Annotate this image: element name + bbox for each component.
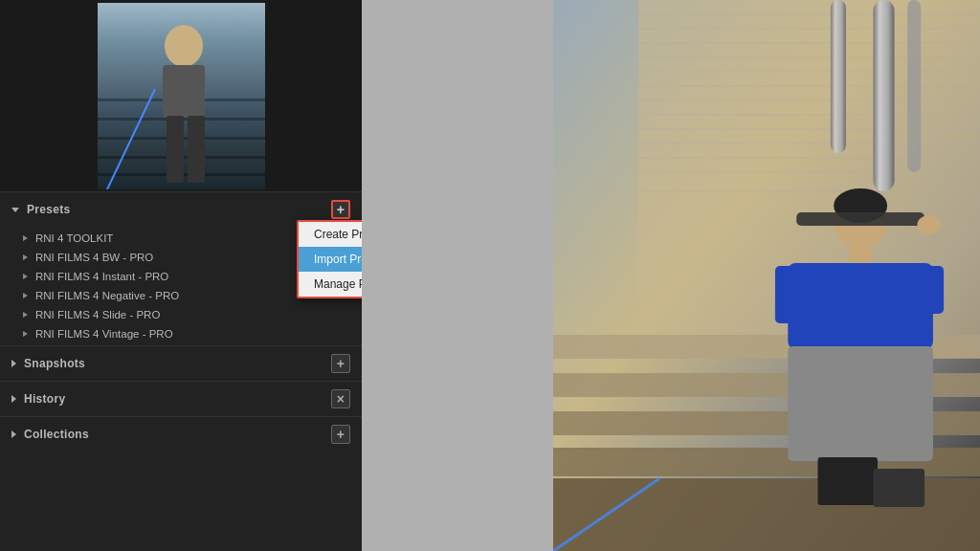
collections-header[interactable]: Collections + (0, 416, 362, 452)
svg-point-40 (917, 215, 940, 234)
preset-label-5: RNI FILMS 4 Vintage - PRO (35, 328, 173, 340)
preset-arrow-icon (23, 293, 28, 298)
center-panel (362, 0, 553, 551)
svg-point-5 (165, 25, 203, 67)
presets-add-button[interactable]: + (331, 200, 350, 219)
preset-arrow-icon (23, 331, 28, 337)
preset-label-2: RNI FILMS 4 Instant - PRO (35, 271, 168, 282)
snapshots-header[interactable]: Snapshots + (0, 345, 362, 381)
collections-title: Collections (24, 428, 89, 441)
left-panel: Presets + Create Preset... Import Preset… (0, 0, 362, 551)
svg-rect-27 (907, 0, 921, 172)
snapshots-title: Snapshots (24, 357, 85, 370)
svg-rect-41 (788, 346, 933, 461)
collections-add-button[interactable]: + (331, 425, 350, 444)
svg-rect-26 (831, 0, 846, 153)
preset-label-3: RNI FILMS 4 Negative - PRO (35, 290, 179, 301)
panel-content: Presets + Create Preset... Import Preset… (0, 191, 362, 551)
svg-rect-37 (788, 263, 933, 349)
history-title: History (24, 392, 65, 406)
manage-presets-item[interactable]: Manage Presets... (299, 272, 362, 297)
context-menu: Create Preset... Import Presets... ↖ Man… (297, 220, 362, 298)
thumbnail-image (98, 3, 265, 189)
history-expand-icon (11, 395, 16, 403)
thumbnail-area (0, 0, 362, 191)
preset-arrow-icon (23, 312, 28, 318)
svg-rect-8 (188, 116, 205, 183)
svg-rect-6 (163, 65, 205, 118)
svg-rect-43 (874, 469, 925, 507)
collections-expand-icon (11, 430, 16, 438)
preset-item-4[interactable]: RNI FILMS 4 Slide - PRO (0, 305, 362, 324)
presets-expand-icon (11, 208, 19, 212)
presets-section: Presets + Create Preset... Import Preset… (0, 191, 362, 345)
right-photo-panel (553, 0, 980, 551)
create-preset-item[interactable]: Create Preset... (299, 222, 362, 247)
svg-rect-25 (874, 0, 895, 191)
presets-title: Presets (27, 203, 70, 216)
photo-svg (553, 0, 980, 551)
import-presets-item[interactable]: Import Presets... ↖ (299, 247, 362, 272)
history-header[interactable]: History × (0, 381, 362, 416)
svg-rect-39 (914, 266, 944, 314)
preset-arrow-icon (23, 274, 28, 279)
svg-rect-35 (796, 212, 924, 226)
preset-label-0: RNI 4 TOOLKIT (35, 232, 113, 244)
preset-arrow-icon (23, 235, 28, 241)
snapshots-expand-icon (11, 360, 16, 367)
svg-rect-38 (775, 266, 805, 323)
svg-rect-7 (167, 116, 184, 183)
thumbnail-svg (98, 3, 265, 189)
preset-label-1: RNI FILMS 4 BW - PRO (35, 252, 153, 263)
preset-item-5[interactable]: RNI FILMS 4 Vintage - PRO (0, 324, 362, 343)
snapshots-add-button[interactable]: + (331, 354, 350, 373)
preset-arrow-icon (23, 254, 28, 260)
preset-label-4: RNI FILMS 4 Slide - PRO (35, 309, 160, 320)
svg-rect-42 (818, 457, 878, 505)
history-action-button[interactable]: × (331, 389, 350, 408)
